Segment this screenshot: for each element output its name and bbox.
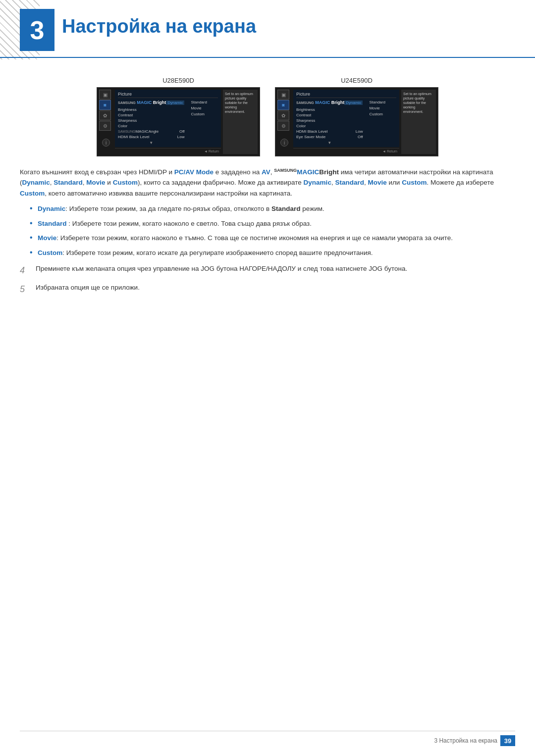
movie-label: Movie <box>86 179 105 186</box>
bright-label-1: Bright <box>153 100 166 105</box>
osd-return-2: ◄ Return <box>293 148 399 154</box>
magic-label-1: MAGIC <box>137 100 152 105</box>
osd-hdmi-2: HDMI Black Level Low <box>296 129 363 134</box>
bullet-movie-term: Movie <box>38 234 56 242</box>
bullet-movie: Movie: Изберете този режим, когато наоко… <box>30 233 515 244</box>
monitor-block-1: U28E590D ▣ ◙ ✿ ⚙ i Picture <box>97 77 260 156</box>
standard-ref: Standard <box>271 205 301 212</box>
magic-label-2: MAGIC <box>315 100 330 105</box>
icon-color-2: ✿ <box>277 110 289 120</box>
osd-picture-label-2: Picture <box>296 92 310 97</box>
monitor-label-2: U24E590D <box>341 77 373 84</box>
osd-brand-1: SAMSUNG MAGIC Bright <box>118 100 166 105</box>
icon-settings-2: ⚙ <box>277 121 289 131</box>
osd-brand-2: SAMSUNG MAGIC Bright <box>296 100 344 105</box>
osd-brand-row-2: SAMSUNG MAGIC Bright Dynamic <box>296 100 363 105</box>
pcav-mode-label: PC/AV Mode <box>174 168 214 176</box>
body-text: Когато външният вход е свързан чрез HDMI… <box>20 166 515 297</box>
bullet-standard: Standard : Изберете този режим, когато н… <box>30 218 515 229</box>
option-custom-2: Custom <box>368 111 386 117</box>
osd-magic-angle-1: SAMSUNGMAGICAngle Off <box>118 129 184 134</box>
icon-input-2: ▣ <box>277 90 289 100</box>
icon-picture-active: ◙ <box>99 100 111 110</box>
side-note-text-1: Set to an optimum picture quality suitab… <box>225 92 256 114</box>
dynamic-label: Dynamic <box>22 179 50 186</box>
step-5-text: Избраната опция ще се приложи. <box>36 282 140 297</box>
step-4-number: 4 <box>20 263 30 278</box>
osd-contrast-2: Contrast <box>296 112 363 118</box>
osd-menu-2: ▣ ◙ ✿ ⚙ i Picture <box>275 87 438 156</box>
osd-menu-title-2: Picture <box>296 92 396 98</box>
bullet-list: Dynamic: Изберете този режим, за да глед… <box>30 203 515 258</box>
icon-info: i <box>102 139 110 147</box>
icon-color: ✿ <box>99 110 111 120</box>
osd-options-1: Standard Movie Custom <box>189 100 208 117</box>
footer-chapter-label: 3 Настройка на екрана <box>434 737 497 744</box>
bullet-custom-term: Custom <box>38 249 62 256</box>
samsung-label-2: SAMSUNG <box>296 101 314 104</box>
bullet-standard-term: Standard <box>38 220 67 227</box>
osd-side-note-2: Set to an optimum picture quality suitab… <box>401 90 436 154</box>
bullet-dynamic-term: Dynamic <box>38 205 65 212</box>
step-5-number: 5 <box>20 282 30 297</box>
osd-side-note-1: Set to an optimum picture quality suitab… <box>223 90 258 154</box>
option-movie-2: Movie <box>368 105 386 111</box>
option-standard-1: Standard <box>189 100 208 105</box>
osd-picture-label: Picture <box>118 92 132 97</box>
osd-return-1: ◄ Return <box>115 148 221 154</box>
osd-sharpness-1: Sharpness <box>118 118 184 123</box>
osd-menu-1: ▣ ◙ ✿ ⚙ i Picture <box>97 87 260 156</box>
selected-mode-2: Dynamic <box>344 101 363 105</box>
standard-label: Standard <box>54 179 83 186</box>
osd-color-2: Color <box>296 123 363 129</box>
page-number-box: 39 <box>500 735 515 746</box>
osd-options-2: Standard Movie Custom <box>368 100 386 117</box>
bullet-dynamic-text: : Изберете този режим, за да гледате по-… <box>65 205 324 212</box>
icon-picture-active-2: ◙ <box>277 100 289 110</box>
custom-label: Custom <box>113 179 138 186</box>
bright-label-2: Bright <box>331 100 345 105</box>
side-note-text-2: Set to an optimum picture quality suitab… <box>403 92 434 114</box>
option-custom-1: Custom <box>189 111 208 117</box>
main-content: U28E590D ▣ ◙ ✿ ⚙ i Picture <box>20 72 515 302</box>
option-standard-2: Standard <box>368 100 386 105</box>
dynamic2: Dynamic <box>304 179 331 186</box>
bullet-movie-text: : Изберете този режим, когато наоколо е … <box>56 234 453 242</box>
chapter-number-box: 3 <box>20 9 54 51</box>
selected-mode-1: Dynamic <box>166 101 184 105</box>
step-4: 4 Преминете към желаната опция чрез упра… <box>20 263 515 278</box>
osd-menu-title-1: Picture <box>118 92 218 98</box>
bullet-standard-text: : Изберете този режим, когато наоколо е … <box>67 220 312 227</box>
bullet-dynamic: Dynamic: Изберете този режим, за да глед… <box>30 203 515 214</box>
monitor-label-1: U28E590D <box>162 77 194 84</box>
bullet-custom: Custom: Изберете този режим, когато иска… <box>30 248 515 258</box>
icon-input: ▣ <box>99 90 111 100</box>
osd-icons-1: ▣ ◙ ✿ ⚙ i <box>99 90 113 154</box>
movie2: Movie <box>368 179 386 186</box>
page-footer: 3 Настройка на екрана 39 <box>20 731 515 746</box>
osd-menu-panel-1: Picture SAMSUNG MAGIC Bright <box>115 90 221 147</box>
title-rule <box>0 57 535 58</box>
monitor-block-2: U24E590D ▣ ◙ ✿ ⚙ i Picture <box>275 77 438 156</box>
icon-settings: ⚙ <box>99 121 111 131</box>
chapter-number: 3 <box>30 17 45 43</box>
intro-paragraph: Когато външният вход е свързан чрез HDMI… <box>20 166 515 199</box>
osd-brightness-1: Brightness <box>118 107 184 112</box>
osd-contrast-1: Contrast <box>118 112 184 118</box>
samsung-bright-label: SAMSUNGMAGICBright <box>274 168 339 176</box>
monitors-area: U28E590D ▣ ◙ ✿ ⚙ i Picture <box>20 77 515 156</box>
osd-icons-2: ▣ ◙ ✿ ⚙ i <box>277 90 291 154</box>
chapter-title: Настройка на екрана <box>62 16 256 37</box>
standard2: Standard <box>335 179 364 186</box>
custom2: Custom <box>402 179 427 186</box>
osd-eye-saver-2: Eye Saver Mode Off <box>296 134 363 140</box>
av-label: AV <box>262 168 270 176</box>
osd-sharpness-2: Sharpness <box>296 118 363 123</box>
option-movie-1: Movie <box>189 105 208 111</box>
samsung-label-1: SAMSUNG <box>118 101 136 104</box>
osd-color-1: Color <box>118 123 184 129</box>
custom3: Custom <box>20 190 45 197</box>
osd-brand-row-1: SAMSUNG MAGIC Bright Dynamic <box>118 100 184 105</box>
osd-brightness-2: Brightness <box>296 107 363 112</box>
osd-menu-panel-2: Picture SAMSUNG MAGIC Bright <box>293 90 399 147</box>
